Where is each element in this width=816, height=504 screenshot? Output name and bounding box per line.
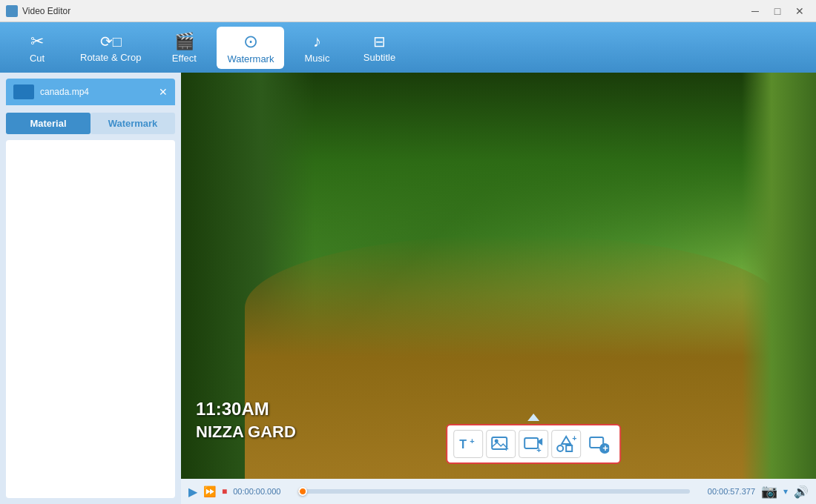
add-shape-button[interactable]: + <box>551 430 581 458</box>
volume-icon[interactable]: 🔊 <box>794 485 809 499</box>
subtitle-icon: ⊟ <box>373 33 386 50</box>
watermark-text-location: NIZZA GARD <box>196 422 296 442</box>
tab-cut-label: Cut <box>30 53 45 64</box>
stop-button[interactable]: ■ <box>222 486 227 497</box>
tab-bar: ✂ Cut ⟳□ Rotate & Crop 🎬 Effect ⊙ Waterm… <box>0 22 816 73</box>
panel-buttons: Material Watermark <box>0 105 181 140</box>
add-video-button[interactable]: + <box>519 430 548 458</box>
toolbar-arrow <box>527 414 539 421</box>
svg-text:+: + <box>602 442 608 454</box>
add-image-button[interactable]: + <box>486 430 516 458</box>
watermark-toolbar: T + + <box>446 414 621 464</box>
app-icon <box>6 5 18 17</box>
camera-icon[interactable]: 📷 <box>761 483 777 500</box>
title-bar-controls: ─ □ ✕ <box>745 4 810 19</box>
tab-effect-label: Effect <box>172 53 197 64</box>
effect-icon: 🎬 <box>174 32 194 51</box>
video-preview: 11:30AM NIZZA GARD T + <box>181 73 816 479</box>
step-forward-button[interactable]: ⏩ <box>203 485 216 497</box>
tab-rotate-label: Rotate & Crop <box>80 52 141 63</box>
time-start: 00:00:00.000 <box>233 487 292 496</box>
cut-icon: ✂ <box>30 32 44 51</box>
playback-bar: ▶ ⏩ ■ 00:00:00.000 00:00:57.377 📷 ▾ 🔊 <box>181 479 816 504</box>
tab-watermark[interactable]: ⊙ Watermark <box>217 27 284 69</box>
maximize-button[interactable]: □ <box>767 4 788 19</box>
minimize-button[interactable]: ─ <box>745 4 766 19</box>
tab-subtitle-label: Subtitle <box>363 52 395 63</box>
video-area: 11:30AM NIZZA GARD T + <box>181 73 816 504</box>
tab-music[interactable]: ♪ Music <box>287 27 346 68</box>
more-button[interactable]: + <box>584 430 613 458</box>
tree-right-overlay <box>742 73 816 479</box>
camera-dropdown-icon[interactable]: ▾ <box>783 486 788 497</box>
play-button[interactable]: ▶ <box>188 485 197 499</box>
watermark-icon: ⊙ <box>243 31 258 52</box>
close-button[interactable]: ✕ <box>789 4 810 19</box>
tab-subtitle[interactable]: ⊟ Subtitle <box>349 28 409 67</box>
svg-text:+: + <box>504 444 508 453</box>
title-bar: Video Editor ─ □ ✕ <box>0 0 816 22</box>
svg-text:T: T <box>459 438 467 451</box>
watermark-panel-button[interactable]: Watermark <box>91 113 175 134</box>
add-text-button[interactable]: T + <box>453 430 483 458</box>
title-bar-left: Video Editor <box>6 5 70 17</box>
music-icon: ♪ <box>313 32 321 51</box>
panel-content <box>6 140 175 498</box>
tab-effect[interactable]: 🎬 Effect <box>154 27 214 68</box>
progress-thumb[interactable] <box>298 487 307 496</box>
watermark-text-time: 11:30AM <box>196 399 269 420</box>
video-background: 11:30AM NIZZA GARD T + <box>181 73 816 479</box>
file-close-icon[interactable]: ✕ <box>159 86 168 98</box>
rotate-icon: ⟳□ <box>100 33 122 50</box>
tab-music-label: Music <box>304 53 329 64</box>
left-panel: canada.mp4 ✕ Material Watermark <box>0 73 181 504</box>
title-bar-title: Video Editor <box>22 6 70 16</box>
svg-text:+: + <box>572 434 576 442</box>
svg-text:+: + <box>536 445 541 454</box>
main-content: canada.mp4 ✕ Material Watermark 11:30AM … <box>0 73 816 504</box>
tab-rotate[interactable]: ⟳□ Rotate & Crop <box>70 28 151 67</box>
tab-watermark-label: Watermark <box>227 53 274 64</box>
material-button[interactable]: Material <box>6 113 91 134</box>
tab-cut[interactable]: ✂ Cut <box>7 27 67 68</box>
svg-rect-8 <box>566 445 572 451</box>
svg-text:+: + <box>470 437 474 445</box>
time-end: 00:00:57.377 <box>696 487 755 496</box>
progress-track[interactable] <box>298 489 690 494</box>
svg-point-7 <box>557 445 563 451</box>
toolbar-inner: T + + <box>446 424 621 464</box>
file-tab[interactable]: canada.mp4 ✕ <box>6 79 175 105</box>
file-thumbnail <box>13 84 34 99</box>
file-name: canada.mp4 <box>40 87 153 97</box>
